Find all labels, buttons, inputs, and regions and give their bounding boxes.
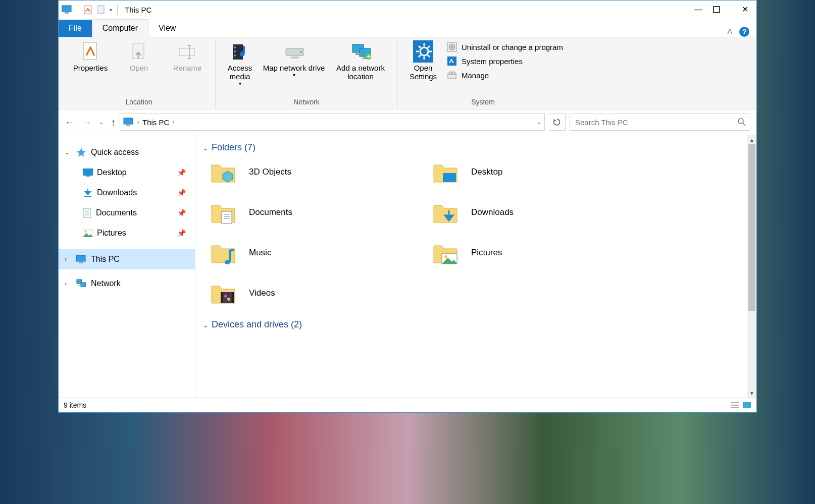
svg-rect-2: [84, 6, 91, 14]
svg-point-38: [449, 72, 452, 75]
rename-button[interactable]: Rename: [165, 39, 210, 72]
search-box[interactable]: [570, 114, 750, 131]
sidebar-item-desktop[interactable]: Desktop 📌: [59, 162, 195, 183]
svg-rect-53: [76, 255, 85, 261]
folder-videos[interactable]: Videos: [210, 279, 427, 307]
sidebar-item-pictures[interactable]: Pictures 📌: [59, 223, 195, 243]
sidebar-item-quick-access[interactable]: ⌄ Quick access: [59, 142, 195, 162]
sidebar-item-this-pc[interactable]: › This PC: [59, 249, 195, 269]
tab-view[interactable]: View: [148, 20, 186, 37]
svg-point-35: [451, 46, 453, 48]
add-network-icon: [350, 41, 371, 62]
collapse-ribbon-icon[interactable]: ᐱ: [727, 27, 732, 36]
svg-rect-0: [62, 6, 71, 12]
pin-icon[interactable]: 📌: [177, 189, 186, 197]
manage-icon: [446, 70, 457, 81]
folder-downloads[interactable]: Downloads: [432, 198, 649, 227]
close-button[interactable]: ✕: [733, 2, 756, 17]
chevron-right-icon[interactable]: ›: [137, 119, 139, 126]
svg-point-39: [452, 72, 455, 75]
sidebar-label: This PC: [91, 255, 120, 264]
section-drives-header[interactable]: ⌄ Devices and drives (2): [195, 307, 756, 335]
pin-icon[interactable]: 📌: [177, 209, 186, 217]
manage-label: Manage: [462, 71, 489, 80]
svg-point-42: [738, 119, 743, 124]
open-settings-button[interactable]: Open Settings: [403, 39, 443, 81]
address-bar[interactable]: › This PC › ⌄: [120, 114, 545, 131]
chevron-right-icon[interactable]: ›: [65, 256, 72, 263]
section-folders-header[interactable]: ⌄ Folders (7): [195, 135, 756, 158]
address-segment[interactable]: This PC: [142, 118, 169, 127]
properties-qat-icon[interactable]: [83, 5, 93, 15]
tab-computer[interactable]: Computer: [92, 19, 148, 37]
folder-documents[interactable]: Documents: [210, 198, 427, 227]
svg-rect-73: [743, 402, 751, 408]
folder-music[interactable]: Music: [210, 239, 427, 267]
media-icon: [230, 41, 250, 62]
chevron-right-icon[interactable]: ›: [65, 280, 72, 287]
ribbon: Properties Open Rename Location: [59, 37, 756, 109]
svg-rect-45: [86, 176, 90, 177]
scroll-down-icon[interactable]: ▼: [747, 388, 756, 398]
properties-button[interactable]: Properties: [68, 39, 113, 72]
help-icon[interactable]: ?: [739, 27, 749, 37]
picture-icon: [83, 229, 93, 237]
up-button[interactable]: ↑: [111, 117, 116, 128]
svg-point-69: [227, 298, 230, 301]
group-label-system: System: [471, 95, 495, 109]
chevron-down-icon[interactable]: ⌄: [202, 321, 209, 329]
system-properties-button[interactable]: System properties: [446, 55, 563, 67]
vertical-scrollbar[interactable]: ▲ ▼: [747, 135, 756, 398]
chevron-right-icon[interactable]: ›: [172, 119, 174, 126]
uninstall-button[interactable]: Uninstall or change a program: [446, 41, 563, 52]
pin-icon[interactable]: 📌: [177, 169, 186, 177]
chevron-down-icon[interactable]: ⌄: [65, 149, 72, 156]
folder-label: Documents: [249, 207, 292, 217]
explorer-window: ▾ This PC — ✕ File Computer View ᐱ ?: [58, 0, 757, 413]
open-label: Open: [130, 64, 148, 72]
folder-3d-objects[interactable]: 3D Objects: [210, 158, 427, 186]
section-drives-label: Devices and drives (2): [212, 319, 302, 330]
chevron-down-icon[interactable]: ⌄: [202, 144, 209, 152]
search-input[interactable]: [574, 118, 734, 127]
back-button[interactable]: ←: [65, 117, 75, 128]
svg-rect-59: [222, 211, 232, 223]
group-label-network: Network: [293, 95, 319, 109]
map-drive-button[interactable]: Map network drive ▾: [262, 39, 326, 78]
group-network: Access media ▾ Map network drive ▾ Add a…: [216, 39, 398, 109]
svg-point-52: [85, 231, 87, 233]
sidebar-item-documents[interactable]: Documents 📌: [59, 203, 195, 223]
window-controls: — ✕: [687, 2, 756, 17]
tab-file[interactable]: File: [59, 20, 92, 37]
manage-button[interactable]: Manage: [446, 70, 563, 81]
sidebar-item-network[interactable]: › Network: [59, 273, 195, 294]
qat-dropdown-icon[interactable]: ▾: [110, 7, 112, 13]
new-doc-qat-icon[interactable]: [96, 5, 107, 15]
large-icons-view-button[interactable]: [742, 402, 751, 409]
access-media-button[interactable]: Access media ▾: [221, 39, 259, 86]
separator: [117, 5, 118, 15]
recent-locations-dropdown[interactable]: ⌄: [99, 119, 104, 126]
svg-point-14: [234, 54, 236, 57]
forward-button[interactable]: →: [82, 117, 92, 128]
sidebar-item-downloads[interactable]: Downloads 📌: [59, 183, 195, 203]
pin-icon[interactable]: 📌: [177, 229, 186, 237]
refresh-button[interactable]: [549, 114, 566, 131]
folder-pictures[interactable]: Pictures: [432, 239, 649, 267]
svg-point-16: [300, 51, 302, 53]
maximize-button[interactable]: [710, 2, 733, 17]
scrollbar-thumb[interactable]: [748, 144, 755, 311]
minimize-button[interactable]: —: [687, 2, 710, 17]
folder-desktop[interactable]: Desktop: [432, 158, 649, 186]
open-button[interactable]: Open: [116, 39, 162, 72]
add-network-button[interactable]: Add a network location: [329, 39, 392, 81]
details-view-button[interactable]: [730, 402, 739, 409]
scroll-up-icon[interactable]: ▲: [747, 135, 756, 144]
properties-icon: [80, 41, 100, 62]
folders-grid: 3D Objects Desktop Documents Downloads M…: [195, 158, 756, 307]
group-location: Properties Open Rename Location: [63, 39, 216, 109]
sidebar-label: Pictures: [97, 229, 126, 238]
svg-point-13: [234, 50, 236, 52]
address-dropdown-icon[interactable]: ⌄: [536, 119, 541, 126]
search-icon[interactable]: [738, 118, 746, 126]
